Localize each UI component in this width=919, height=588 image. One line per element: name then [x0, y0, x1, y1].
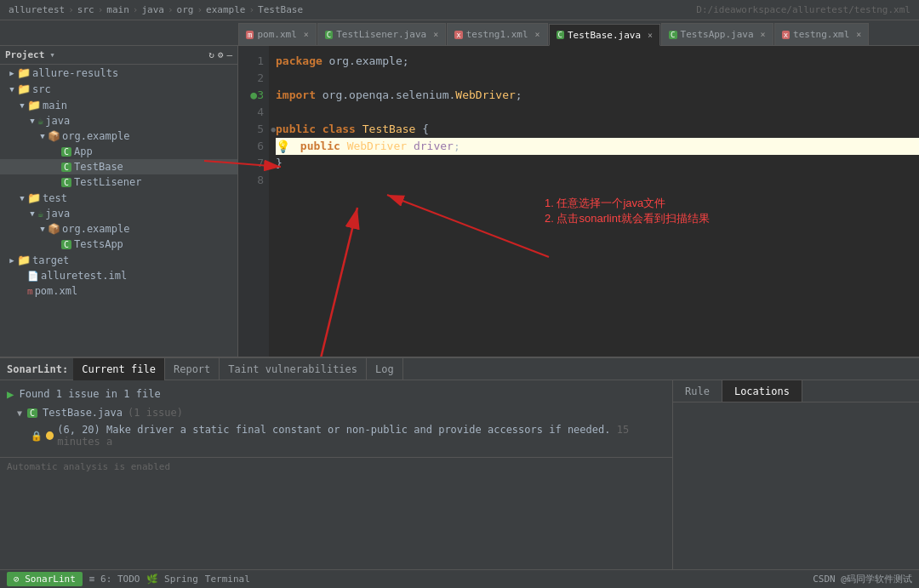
tree-item-label: target	[32, 254, 69, 266]
sonarlint-status-btn[interactable]: ⊘ SonarLint	[7, 572, 83, 586]
iml-icon: 📄	[27, 271, 39, 282]
sync-icon[interactable]: ↻	[208, 49, 214, 60]
tree-item-label: alluretest.iml	[41, 270, 127, 282]
tree-test[interactable]: ▼ 📁 test	[0, 190, 237, 206]
breadcrumb-main[interactable]: main	[106, 4, 129, 15]
file-class-icon: C	[27, 408, 37, 418]
csdn-label: CSDN @码同学软件测试	[813, 573, 912, 585]
tab-report[interactable]: Report	[165, 358, 220, 380]
play-icon[interactable]: ▶	[7, 387, 14, 401]
tree-testbase[interactable]: C TestBase	[0, 159, 237, 174]
sonarlint-status-icon: ⊘	[14, 574, 20, 585]
xml-icon: m	[27, 286, 33, 297]
class-icon: C	[61, 240, 71, 249]
tree-item-label: TestBase	[74, 161, 123, 173]
tree-alluretest-iml[interactable]: 📄 alluretest.iml	[0, 268, 237, 283]
close-icon[interactable]: ×	[433, 30, 438, 39]
breadcrumb-java[interactable]: java	[141, 4, 164, 15]
package-icon: 📦	[48, 130, 60, 142]
expand-arrow-icon[interactable]: ▼	[17, 408, 22, 418]
folder-icon: 📁	[17, 254, 31, 266]
tab-current-file[interactable]: Current file	[73, 358, 165, 380]
status-left: ⊘ SonarLint ≡ 6: TODO 🌿 Spring Terminal	[7, 572, 250, 586]
tab-bar: m pom.xml × C TestLisener.java × x testn…	[0, 20, 919, 46]
close-icon[interactable]: ×	[648, 31, 653, 40]
breadcrumb-testbase[interactable]: TestBase	[258, 4, 303, 15]
tree-java-test[interactable]: ▼ ☕ java	[0, 206, 237, 221]
tree-org-example-main[interactable]: ▼ 📦 org.example	[0, 128, 237, 144]
arrow-icon: ▶	[7, 69, 17, 77]
class-icon: C	[61, 178, 71, 187]
issue-summary: Found 1 issue in 1 file	[19, 388, 160, 400]
spring-status[interactable]: 🌿 Spring	[146, 574, 197, 585]
folder-icon: 📁	[17, 83, 31, 95]
tab-testsapp[interactable]: C TestsApp.java ×	[661, 23, 773, 45]
java-folder-icon: ☕	[37, 208, 43, 220]
tree-java-main[interactable]: ▼ ☕ java	[0, 113, 237, 128]
tree-main[interactable]: ▼ 📁 main	[0, 97, 237, 113]
tree-allure-results[interactable]: ▶ 📁 allure-results	[0, 65, 237, 81]
code-line-5: public class TestBase {	[276, 121, 919, 138]
sidebar-icons: ↻ ⚙ —	[208, 49, 232, 60]
tree-pom-xml[interactable]: m pom.xml	[0, 283, 237, 299]
sidebar-dropdown-icon[interactable]: ▾	[49, 49, 55, 60]
breadcrumb-alluretest[interactable]: alluretest	[9, 4, 65, 15]
close-icon[interactable]: ×	[304, 30, 309, 39]
sonarlint-label: SonarLint:	[7, 363, 73, 375]
arrow-icon: ▼	[27, 117, 37, 125]
arrow-icon: ▼	[27, 209, 37, 218]
folder-icon: 📁	[17, 66, 31, 79]
bottom-panel: SonarLint: Current file Report Taint vul…	[0, 357, 919, 569]
tree-item-label: test	[43, 192, 67, 204]
folder-icon: 📁	[27, 191, 41, 204]
arrow-icon: ▼	[7, 85, 17, 94]
tab-rule[interactable]: Rule	[673, 380, 722, 402]
issue-detail-row[interactable]: 🔒 (6, 20) Make driver a static final con…	[0, 421, 672, 450]
file-path: D:/ideaworkspace/alluretest/testng.xml	[696, 4, 910, 15]
close-icon[interactable]: ×	[856, 30, 861, 39]
tree-item-label: TestLisener	[74, 176, 141, 188]
todo-status[interactable]: ≡ 6: TODO	[89, 574, 140, 585]
tree-app[interactable]: C App	[0, 144, 237, 159]
issue-header: ▶ Found 1 issue in 1 file	[0, 384, 672, 404]
arrow-icon: ▼	[17, 101, 27, 110]
terminal-status[interactable]: Terminal	[205, 574, 250, 585]
tab-pom-xml[interactable]: m pom.xml ×	[238, 23, 317, 45]
warning-dot	[46, 431, 54, 440]
tree-item-label: java	[45, 208, 70, 220]
breadcrumb-org[interactable]: org	[177, 4, 194, 15]
breakpoint-5: ●	[271, 121, 276, 138]
code-line-6: 💡 public WebDriver driver;	[276, 138, 919, 155]
tab-testlistener[interactable]: C TestLisener.java ×	[317, 23, 446, 45]
issue-file-row[interactable]: ▼ C TestBase.java (1 issue)	[0, 404, 672, 421]
gear-icon[interactable]: ⚙	[218, 49, 224, 60]
tree-item-label: TestsApp	[74, 238, 123, 250]
bottom-content: ▶ Found 1 issue in 1 file ▼ C TestBase.j…	[0, 380, 919, 569]
tree-org-example-test[interactable]: ▼ 📦 org.example	[0, 221, 237, 237]
tab-testbase[interactable]: C TestBase.java ×	[549, 24, 661, 46]
close-icon[interactable]: ×	[761, 30, 766, 39]
code-line-1: package org.example;	[276, 53, 919, 70]
breadcrumb-example[interactable]: example	[206, 4, 245, 15]
tree-target[interactable]: ▶ 📁 target	[0, 252, 237, 268]
tab-testng-xml[interactable]: x testng1.xml ×	[447, 23, 547, 45]
tab-taint[interactable]: Taint vulnerabilities	[220, 358, 367, 380]
package-icon: 📦	[48, 223, 60, 235]
issue-list: ▶ Found 1 issue in 1 file ▼ C TestBase.j…	[0, 380, 672, 569]
tab-testng2[interactable]: x testng.xml ×	[774, 23, 870, 45]
tree-testsapp[interactable]: C TestsApp	[0, 237, 237, 252]
breadcrumb-src[interactable]: src	[77, 4, 94, 15]
code-line-8	[276, 172, 919, 189]
tree-item-label: java	[45, 115, 70, 127]
tree-testlistener[interactable]: C TestLisener	[0, 174, 237, 190]
tab-log[interactable]: Log	[367, 358, 403, 380]
collapse-icon[interactable]: —	[226, 49, 232, 60]
close-icon[interactable]: ×	[535, 30, 540, 39]
tree-src[interactable]: ▼ 📁 src	[0, 81, 237, 97]
arrow-icon: ▶	[7, 256, 17, 265]
class-icon: C	[61, 147, 71, 157]
arrow-icon: ▼	[17, 194, 27, 203]
tab-locations[interactable]: Locations	[722, 380, 802, 402]
tree-item-label: main	[43, 100, 67, 111]
sidebar-header: Project ▾ ↻ ⚙ —	[0, 46, 237, 65]
